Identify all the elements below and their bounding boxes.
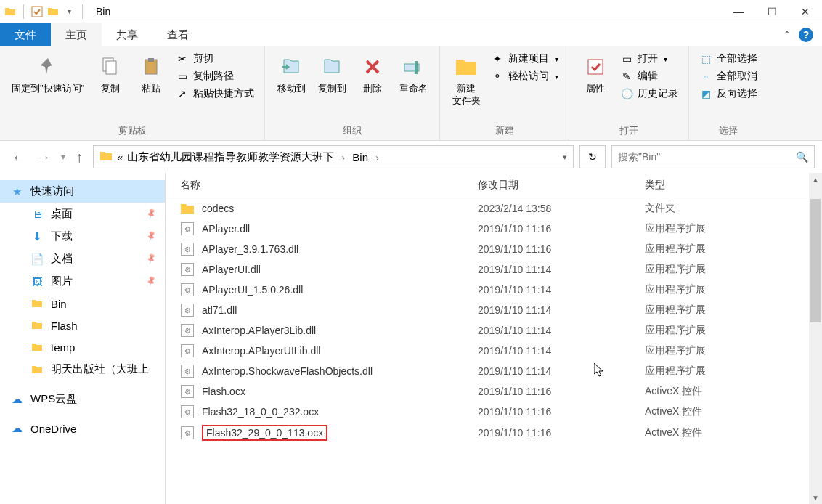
file-date: 2019/1/10 11:14 <box>478 345 645 357</box>
file-row[interactable]: ⚙APlayerUI_1.5.0.26.dll2019/1/10 11:14应用… <box>166 280 822 300</box>
sidebar-item-temp[interactable]: temp <box>0 336 165 358</box>
file-row[interactable]: ⚙atl71.dll2019/1/10 11:14应用程序扩展 <box>166 300 822 320</box>
qat-separator <box>23 4 24 19</box>
svg-rect-4 <box>148 58 154 62</box>
nav-recent-dropdown[interactable]: ▾ <box>61 152 65 162</box>
pin-quickaccess-button[interactable]: 固定到"快速访问" <box>6 51 90 98</box>
sidebar-item-flash[interactable]: Flash <box>0 314 165 336</box>
close-button[interactable]: ✕ <box>789 0 822 23</box>
tab-file[interactable]: 文件 <box>0 23 51 46</box>
sidebar-item-bin[interactable]: Bin <box>0 293 165 314</box>
shortcut-icon: ↗ <box>176 87 189 100</box>
file-name: Flash32_29_0_0_113.ocx <box>202 425 327 441</box>
history-button[interactable]: 🕘历史记录 <box>620 87 678 100</box>
column-header-type[interactable]: 类型 <box>645 179 822 192</box>
edit-button[interactable]: ✎编辑 <box>620 70 678 83</box>
sidebar-item-documents[interactable]: 📄文档 <box>0 248 165 270</box>
file-date: 2019/1/10 11:16 <box>478 406 645 418</box>
rename-button[interactable]: 重命名 <box>393 51 434 98</box>
copy-button[interactable]: 复制 <box>90 51 131 98</box>
copypath-button[interactable]: ▭复制路径 <box>176 70 254 83</box>
address-dropdown-icon[interactable]: ▾ <box>563 153 567 162</box>
file-type: 应用程序扩展 <box>645 222 822 235</box>
refresh-button[interactable]: ↻ <box>579 145 606 168</box>
scrollbar[interactable]: ▲ ▼ <box>809 173 822 504</box>
desktop-icon: 🖥 <box>30 208 44 221</box>
ribbon-tabs: 文件 主页 共享 查看 ⌃ ? <box>0 23 822 46</box>
file-list[interactable]: 名称 修改日期 类型 codecs2023/2/14 13:58文件夹⚙APla… <box>166 173 822 504</box>
maximize-button[interactable]: ☐ <box>755 0 789 23</box>
file-row[interactable]: ⚙Flash.ocx2019/1/10 11:16ActiveX 控件 <box>166 381 822 402</box>
address-crumb-parent[interactable]: 山东省幼儿园课程指导教师教学资源大班下 <box>127 150 334 164</box>
address-bar[interactable]: « 山东省幼儿园课程指导教师教学资源大班下 › Bin › ▾ <box>93 145 574 168</box>
column-header-date[interactable]: 修改日期 <box>478 179 645 192</box>
tab-share[interactable]: 共享 <box>102 23 152 46</box>
column-header-name[interactable]: 名称 <box>166 179 478 192</box>
ribbon-group-new: 新建 文件夹 ✦新建项目▾ ⚬轻松访问▾ 新建 <box>440 46 569 140</box>
file-row[interactable]: ⚙Flash32_29_0_0_113.ocx2019/1/10 11:16Ac… <box>166 422 822 444</box>
search-box[interactable]: 🔍 <box>611 145 815 168</box>
tab-home[interactable]: 主页 <box>51 23 102 46</box>
sidebar-item-onedrive[interactable]: ☁OneDrive <box>0 418 165 439</box>
main-area: ★快速访问 🖥桌面 ⬇下载 📄文档 🖼图片 Bin Flash temp 明天出… <box>0 173 822 504</box>
file-row[interactable]: ⚙AxInterop.APlayerUILib.dll2019/1/10 11:… <box>166 341 822 361</box>
paste-button[interactable]: 粘贴 <box>131 51 171 98</box>
minimize-button[interactable]: — <box>722 0 755 23</box>
file-row[interactable]: ⚙Flash32_18_0_0_232.ocx2019/1/10 11:16Ac… <box>166 402 822 422</box>
nav-forward-button[interactable]: → <box>36 149 51 166</box>
file-name: APlayerUI_1.5.0.26.dll <box>202 284 303 296</box>
file-type: 应用程序扩展 <box>645 243 822 256</box>
qat-folder-icon[interactable] <box>47 6 59 17</box>
sidebar-item-desktop[interactable]: 🖥桌面 <box>0 203 165 225</box>
file-row[interactable]: ⚙APlayerUI.dll2019/1/10 11:14应用程序扩展 <box>166 259 822 280</box>
nav-up-button[interactable]: ↑ <box>76 149 83 166</box>
file-row[interactable]: ⚙APlayer_3.9.1.763.dll2019/1/10 11:16应用程… <box>166 239 822 259</box>
file-row[interactable]: ⚙AxInterop.APlayer3Lib.dll2019/1/10 11:1… <box>166 320 822 341</box>
selectnone-button[interactable]: ▫全部取消 <box>699 70 757 83</box>
file-row[interactable]: ⚙APlayer.dll2019/1/10 11:16应用程序扩展 <box>166 219 822 239</box>
search-input[interactable] <box>618 151 796 163</box>
sidebar-item-downloads[interactable]: ⬇下载 <box>0 225 165 248</box>
dll-icon: ⚙ <box>180 364 195 378</box>
cut-button[interactable]: ✂剪切 <box>176 52 254 65</box>
folder-icon <box>30 319 44 332</box>
scissors-icon: ✂ <box>176 52 189 65</box>
invert-button[interactable]: ◩反向选择 <box>699 87 757 100</box>
scrollbar-thumb[interactable] <box>810 199 821 322</box>
address-ellipsis[interactable]: « <box>117 151 123 163</box>
address-crumb-current[interactable]: Bin <box>352 151 368 163</box>
scroll-down-icon[interactable]: ▼ <box>809 491 822 504</box>
moveto-button[interactable]: 移动到 <box>271 51 312 98</box>
tab-view[interactable]: 查看 <box>152 23 203 46</box>
sidebar-item-quickaccess[interactable]: ★快速访问 <box>0 180 165 203</box>
dll-icon: ⚙ <box>180 303 195 317</box>
selectall-button[interactable]: ⬚全部选择 <box>699 52 757 65</box>
file-row[interactable]: ⚙AxInterop.ShockwaveFlashObjects.dll2019… <box>166 361 822 381</box>
search-icon[interactable]: 🔍 <box>796 151 808 163</box>
open-button[interactable]: ▭打开▾ <box>620 52 678 65</box>
copyto-button[interactable]: 复制到 <box>312 51 352 98</box>
qat-properties-icon[interactable] <box>31 6 43 17</box>
properties-button[interactable]: 属性 <box>575 51 616 98</box>
chevron-down-icon: ▾ <box>555 73 558 81</box>
help-icon[interactable]: ? <box>799 28 813 42</box>
dll-icon: ⚙ <box>180 221 195 236</box>
folder-icon <box>30 297 44 310</box>
folder-icon <box>30 363 44 376</box>
delete-button[interactable]: 删除 <box>352 51 393 98</box>
sidebar-item-pictures[interactable]: 🖼图片 <box>0 270 165 293</box>
newfolder-button[interactable]: 新建 文件夹 <box>446 51 487 110</box>
pasteshortcut-button[interactable]: ↗粘贴快捷方式 <box>176 87 254 100</box>
chevron-right-icon[interactable]: › <box>373 151 382 163</box>
file-row[interactable]: codecs2023/2/14 13:58文件夹 <box>166 198 822 219</box>
easyaccess-button[interactable]: ⚬轻松访问▾ <box>491 70 558 83</box>
ribbon-collapse-icon[interactable]: ⌃ <box>783 29 792 41</box>
chevron-right-icon[interactable]: › <box>338 151 348 163</box>
file-type: 应用程序扩展 <box>645 304 822 317</box>
qat-dropdown-icon[interactable]: ▾ <box>63 6 75 17</box>
scroll-up-icon[interactable]: ▲ <box>809 173 822 186</box>
sidebar-item-wps[interactable]: ☁WPS云盘 <box>0 388 165 410</box>
sidebar-item-publisher[interactable]: 明天出版社（大班上 <box>0 358 165 381</box>
nav-back-button[interactable]: ← <box>12 149 26 166</box>
newitem-button[interactable]: ✦新建项目▾ <box>491 52 558 65</box>
